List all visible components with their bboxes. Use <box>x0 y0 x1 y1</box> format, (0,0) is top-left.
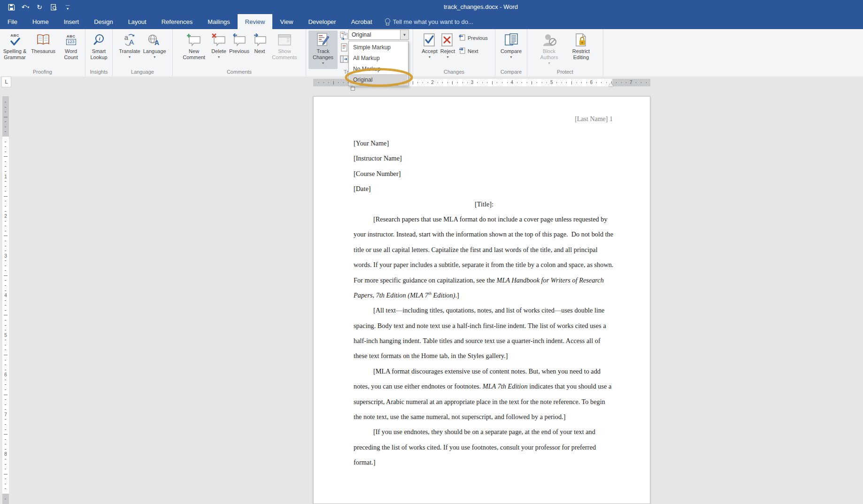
document-line: [Research papers that use MLA format do … <box>354 212 615 227</box>
vertical-ruler[interactable]: 12345678 <box>2 96 9 504</box>
quick-access-toolbar: ↶▾ ↻ —▾ <box>7 1 72 13</box>
group-protect: Block Authors ▾ Restrict Editing Protect <box>527 29 603 76</box>
customize-qat-button[interactable]: —▾ <box>63 2 72 12</box>
group-compare: Compare ▾ Compare <box>495 29 527 76</box>
svg-text:A: A <box>154 39 159 46</box>
window-title: track_changes.docx - Word <box>443 3 518 10</box>
document-area: L 1234567 12345678 [Last Name] 1 [Your N… <box>0 76 863 504</box>
print-preview-button[interactable] <box>49 2 58 12</box>
hanging-indent-marker[interactable] <box>351 87 355 91</box>
previous-change-icon <box>458 34 466 42</box>
title-bar: ↶▾ ↻ —▾ track_changes.docx - Word <box>0 0 863 14</box>
dropdown-item-all-markup[interactable]: All Markup <box>349 53 408 63</box>
accept-button[interactable]: Accept ▾ <box>420 31 439 70</box>
document-line: notes, you can use either endnotes or fo… <box>354 379 615 394</box>
next-comment-button[interactable]: Next <box>251 31 269 70</box>
ruler-number: 7 <box>630 79 632 86</box>
ruler-number: 3 <box>471 79 474 86</box>
tab-references[interactable]: References <box>154 14 200 29</box>
tab-mailings[interactable]: Mailings <box>200 14 238 29</box>
reject-button[interactable]: Reject ▾ <box>439 31 456 70</box>
document-line: [Title]: <box>354 197 615 212</box>
tab-layout[interactable]: Layout <box>121 14 154 29</box>
thesaurus-button[interactable]: Thesaurus <box>30 31 57 70</box>
block-authors-button[interactable]: Block Authors ▾ <box>533 31 565 70</box>
display-for-review-icon-button[interactable] <box>339 31 349 40</box>
tab-acrobat[interactable]: Acrobat <box>344 14 380 29</box>
language-button[interactable]: A Language ▾ <box>142 31 168 70</box>
show-markup-button[interactable] <box>339 43 349 52</box>
document-line: half-inch hanging indent. Table titles a… <box>354 333 615 348</box>
dropdown-item-original[interactable]: Original <box>349 74 408 85</box>
spelling-grammar-button[interactable]: ABC Spelling & Grammar <box>0 31 30 70</box>
group-proofing: ABC Spelling & Grammar Thesaurus ABC 123… <box>0 29 85 76</box>
document-line: words. If your paper includes a subtitle… <box>354 257 615 272</box>
ruler-number: 1 <box>2 174 9 179</box>
delete-comment-button[interactable]: Delete ▾ <box>210 31 228 70</box>
tab-insert[interactable]: Insert <box>56 14 87 29</box>
document-line: the note text, use the same numeral, not… <box>354 409 615 424</box>
tab-home[interactable]: Home <box>25 14 56 29</box>
save-button[interactable] <box>7 2 16 12</box>
word-count-icon: ABC 123 <box>66 31 76 48</box>
tab-review[interactable]: Review <box>238 14 273 29</box>
document-body[interactable]: [Your Name][Instructor Name][Course Numb… <box>354 136 615 470</box>
tell-me-box[interactable]: Tell me what you want to do... <box>380 14 478 29</box>
undo-dropdown-caret[interactable]: ▾ <box>27 5 29 9</box>
display-for-review-dropdown: Simple MarkupAll MarkupNo MarkupOriginal <box>348 41 408 86</box>
group-label-changes: Changes <box>413 69 495 75</box>
restrict-editing-icon <box>575 31 588 48</box>
next-change-button[interactable]: Next <box>458 46 488 55</box>
document-line: your instructor. Instead, start with the… <box>354 227 615 242</box>
tab-stop-selector[interactable]: L <box>1 76 11 87</box>
document-line: [Your Name] <box>354 136 615 151</box>
next-change-icon <box>458 47 466 55</box>
tab-view[interactable]: View <box>272 14 301 29</box>
accept-menu-caret: ▾ <box>429 55 431 59</box>
group-language: aA Translate ▾ A Language ▾ Language <box>113 29 173 76</box>
previous-comment-button[interactable]: Previous <box>228 31 251 70</box>
block-authors-icon <box>542 31 557 48</box>
group-comments: New Comment Delete ▾ Previous Next Sho <box>173 29 306 76</box>
new-comment-button[interactable]: New Comment <box>178 31 210 70</box>
new-comment-icon <box>186 31 201 48</box>
group-label-proofing: Proofing <box>0 69 85 75</box>
previous-change-button[interactable]: Previous <box>458 33 488 42</box>
document-line: preceding the list of works cited. If yo… <box>354 440 615 455</box>
page-header: [Last Name] 1 <box>354 115 613 123</box>
svg-text:a: a <box>124 33 129 41</box>
delete-comment-menu-caret: ▾ <box>218 55 220 59</box>
ruler-number: 7 <box>2 412 9 417</box>
translate-button[interactable]: aA Translate ▾ <box>117 31 141 70</box>
ruler-number: 3 <box>2 253 9 258</box>
delete-comment-icon <box>211 31 226 48</box>
undo-button[interactable]: ↶▾ <box>21 2 30 12</box>
track-changes-button[interactable]: Track Changes ▾ <box>308 31 338 69</box>
redo-button[interactable]: ↻ <box>35 2 44 12</box>
ruler-number: 5 <box>550 79 553 86</box>
previous-comment-icon <box>231 31 247 48</box>
tell-me-label: Tell me what you want to do... <box>393 18 473 25</box>
display-for-review-combo[interactable]: Original ▼ <box>348 30 409 40</box>
show-comments-button[interactable]: Show Comments <box>269 31 301 70</box>
right-indent-marker[interactable] <box>609 83 613 86</box>
compare-button[interactable]: Compare ▾ <box>499 31 523 70</box>
tab-design[interactable]: Design <box>86 14 120 29</box>
dropdown-item-simple-markup[interactable]: Simple Markup <box>349 42 408 53</box>
smart-lookup-button[interactable]: i Smart Lookup <box>85 31 112 70</box>
show-comments-icon <box>277 31 292 48</box>
group-label-protect: Protect <box>527 69 603 75</box>
tab-developer[interactable]: Developer <box>301 14 343 29</box>
restrict-editing-button[interactable]: Restrict Editing <box>565 31 597 70</box>
combo-dropdown-button[interactable]: ▼ <box>400 30 408 39</box>
word-count-button[interactable]: ABC 123 Word Count <box>57 31 85 70</box>
tab-file[interactable]: File <box>0 14 25 29</box>
translate-menu-caret: ▾ <box>129 55 131 59</box>
group-label-language: Language <box>113 69 172 75</box>
track-changes-icon <box>316 31 330 48</box>
reviewing-pane-button[interactable] <box>339 54 349 64</box>
reject-icon <box>441 31 454 48</box>
dropdown-item-no-markup[interactable]: No Markup <box>349 63 408 74</box>
document-page[interactable]: [Last Name] 1 [Your Name][Instructor Nam… <box>313 96 650 504</box>
ruler-number: 6 <box>590 79 593 86</box>
